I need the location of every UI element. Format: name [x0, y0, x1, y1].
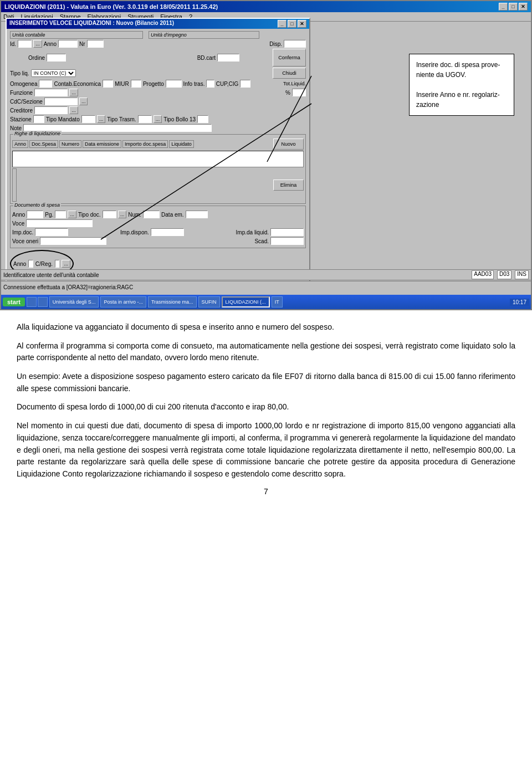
btn-nuovo[interactable]: Nuovo [273, 139, 304, 150]
taskbar-item-it[interactable]: IT [272, 296, 283, 308]
btn-conferma[interactable]: Conferma [273, 49, 306, 66]
field-doc-anno[interactable] [27, 211, 43, 218]
id-field-2: D03 [497, 270, 511, 279]
field-ordine[interactable] [47, 54, 66, 62]
btn-creg[interactable]: ... [62, 260, 70, 268]
label-nr: Nr [79, 41, 85, 47]
dialog-title: INSERIMENTO VELOCE LIQUIDAZIONI : Nuovo … [9, 20, 174, 28]
btn-doc-pg[interactable]: ... [68, 211, 76, 218]
window-title: LIQUIDAZIONI (2011) - Valuta in Euro (Ve… [4, 3, 218, 10]
taskbar-item-liquidazioni[interactable]: LIQUIDAZIONI (... [222, 296, 270, 308]
taskbar-item-sufin[interactable]: SUFIN [198, 296, 220, 308]
field-miur[interactable] [131, 80, 141, 88]
field-imp-doc[interactable] [35, 228, 68, 236]
select-tipo-liq[interactable]: IN CONTO (C) [31, 69, 76, 77]
col-data-emissione: Data emissione [83, 140, 121, 148]
field-tipo-bollo[interactable] [197, 115, 208, 123]
field-info-tras[interactable] [206, 80, 214, 88]
taskbar-item-trasmissione[interactable]: Trasmissione ma... [148, 296, 197, 308]
taskbar-icon-2[interactable] [38, 297, 48, 307]
field-progetto[interactable] [166, 80, 182, 88]
dialog-min-btn[interactable]: _ [278, 20, 287, 28]
field-scad[interactable] [270, 237, 304, 245]
label-contab: Contab.Economica [54, 81, 101, 87]
row-ordine: Ordine BD.cart Conferma [10, 49, 306, 66]
minimize-button[interactable]: _ [499, 3, 508, 11]
field-contab[interactable] [103, 80, 113, 88]
field-id[interactable] [18, 40, 32, 48]
btn-funzione[interactable]: ... [69, 89, 78, 96]
taskbar-item-posta[interactable]: Posta in arrivo -... [100, 296, 146, 308]
field-tipo-doc[interactable] [103, 211, 116, 218]
row-funzione: Funzione ... % [10, 89, 306, 96]
taskbar-item-universita[interactable]: Università degli S... [49, 296, 99, 308]
btn-elimina[interactable]: Elimina [273, 180, 304, 191]
row-stazione: Stazione Tipo Mandato ... Tipo Trasm. ..… [10, 115, 306, 123]
label-id: Id. [10, 41, 16, 47]
label-cup-cig: CUP,CIG [216, 81, 238, 87]
field-tipo-mandato[interactable] [81, 115, 95, 123]
id-field-1: AAD03 [472, 270, 494, 279]
field-doc-pg[interactable] [55, 211, 66, 218]
field-bdcart[interactable] [217, 54, 239, 62]
label-perc: % [285, 90, 290, 96]
dialog-max-btn[interactable]: □ [288, 20, 296, 28]
field-anno-creg[interactable] [28, 260, 33, 268]
field-creditore[interactable] [34, 106, 68, 114]
paragraph-5: Nel momento in cui questi due dati, docu… [17, 420, 515, 480]
field-voce-oneri[interactable] [40, 237, 106, 245]
btn-tipo-mandato[interactable]: ... [97, 115, 106, 123]
id-bar: Identificatore utente dell'unità contabi… [1, 269, 531, 280]
scroll-bar[interactable] [12, 168, 17, 202]
field-imp-da-liquid[interactable] [270, 228, 304, 236]
field-creg[interactable] [55, 260, 60, 268]
btn-tipo-doc[interactable]: ... [118, 211, 127, 218]
row-doc-imp: Imp.doc. Imp.dispon. Imp.da liquid. [12, 228, 304, 236]
section-unita-contabile: Unità contabile [10, 31, 143, 39]
close-button[interactable]: ✕ [519, 3, 528, 11]
taskbar-clock: 10:17 [510, 299, 529, 306]
field-anno[interactable] [58, 40, 78, 48]
conn-text: Connessione effettuata a [ORA32]=ragione… [3, 284, 133, 290]
btn-id[interactable]: ... [33, 40, 42, 48]
btn-chiudi[interactable]: Chiudi [273, 68, 306, 79]
label-voce: Voce [12, 221, 24, 227]
field-imp-dispon[interactable] [151, 228, 184, 236]
field-disp[interactable] [284, 40, 306, 48]
taskbar-start-button[interactable]: start [3, 298, 25, 306]
taskbar-icon-1[interactable] [27, 297, 37, 307]
field-voce[interactable] [26, 219, 93, 227]
form-area: Unità contabile Unità d'impegno Id. ... … [7, 29, 309, 281]
screenshot-area: LIQUIDAZIONI (2011) - Valuta in Euro (Ve… [0, 0, 532, 310]
maximize-button[interactable]: □ [509, 3, 518, 11]
annotation-box: Inserire doc. di spesa prove- niente da … [409, 54, 514, 116]
label-tipo-bollo: Tipo Bollo 13 [163, 116, 196, 122]
field-perc[interactable] [292, 89, 306, 96]
field-num[interactable] [143, 211, 160, 218]
col-anno: Anno [12, 140, 28, 148]
btn-tipo-trasm[interactable]: ... [154, 115, 162, 123]
row-doc-voce: Voce [12, 219, 304, 227]
id-bar-label: Identificatore utente dell'unità contabi… [3, 272, 99, 278]
label-imp-doc: Imp.doc. [12, 229, 33, 235]
section-righe: Righe di liquidazione Anno Doc.Spesa Num… [10, 134, 306, 204]
annotation-line4: Inserire Anno e nr. regolariz- [416, 90, 507, 100]
inner-titlebar: INSERIMENTO VELOCE LIQUIDAZIONI : Nuovo … [7, 19, 309, 29]
field-stazione[interactable] [33, 115, 44, 123]
btn-creditore[interactable]: ... [69, 106, 78, 114]
field-cup-cig[interactable] [240, 80, 250, 88]
field-cdc[interactable] [44, 98, 78, 105]
field-nr[interactable] [87, 40, 104, 48]
window-titlebar: LIQUIDAZIONI (2011) - Valuta in Euro (Ve… [1, 1, 531, 12]
field-funzione[interactable] [34, 89, 68, 96]
btn-cdc[interactable]: ... [79, 98, 88, 105]
label-anno-creg: Anno [13, 261, 26, 267]
field-omogenea[interactable] [39, 80, 52, 88]
dialog-close-btn[interactable]: ✕ [298, 20, 306, 28]
label-tipo-mandato: Tipo Mandato [46, 116, 80, 122]
row-omogenea: Omogenea Contab.Economica MIUR Progetto … [10, 80, 306, 88]
field-data-em[interactable] [186, 211, 208, 218]
field-tipo-trasm[interactable] [138, 115, 152, 123]
label-funzione: Funzione [10, 90, 33, 96]
id-field-3: INS [515, 270, 529, 279]
